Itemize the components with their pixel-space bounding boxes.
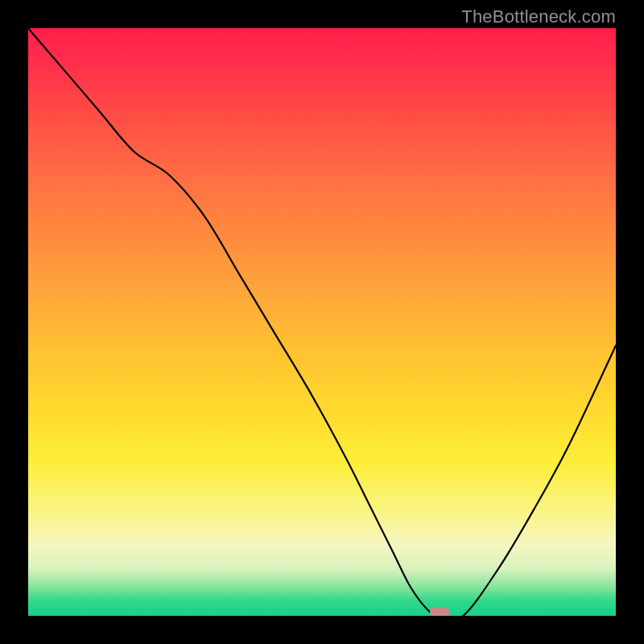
watermark-text: TheBottleneck.com: [461, 6, 616, 27]
bottleneck-curve: [28, 28, 616, 616]
plot-svg: [28, 28, 616, 616]
optimum-marker: [430, 607, 449, 616]
chart-frame: TheBottleneck.com: [0, 0, 644, 644]
plot-area: [28, 28, 616, 616]
